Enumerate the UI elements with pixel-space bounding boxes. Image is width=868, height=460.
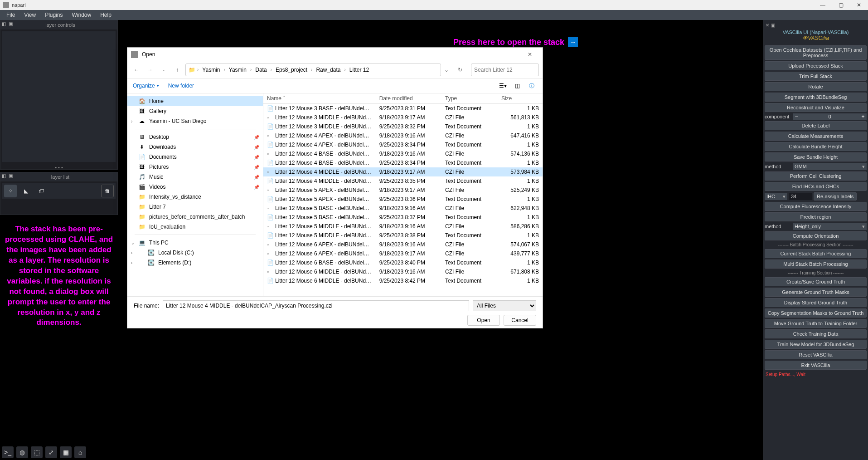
console-icon[interactable]: >_ xyxy=(2,446,14,458)
breadcrumb-item[interactable]: Litter 12 xyxy=(348,66,371,74)
sidebar-item[interactable]: 🏠Home xyxy=(127,96,263,106)
pin-icon[interactable]: 📌 xyxy=(254,145,259,150)
panel-close-icon[interactable]: ▣ xyxy=(8,21,13,26)
cancel-button[interactable]: Cancel xyxy=(504,315,536,326)
vascilia-action-button[interactable]: Rotate xyxy=(765,82,867,91)
train-button[interactable]: Generate Ground Truth Masks xyxy=(765,288,867,297)
expander-icon[interactable]: › xyxy=(131,119,132,124)
pin-icon[interactable]: 📌 xyxy=(254,185,259,190)
ihc-value-input[interactable] xyxy=(789,193,812,200)
close-button[interactable]: ✕ xyxy=(850,0,868,10)
nav-forward-icon[interactable]: → xyxy=(145,64,155,75)
vascilia-action-button[interactable]: Upload Processed Stack xyxy=(765,61,867,70)
panel-resize-dots[interactable]: • • • xyxy=(0,164,117,171)
batch-button[interactable]: Multi Stack Batch Processing xyxy=(765,259,867,269)
batch-button[interactable]: Current Stack Batch Processing xyxy=(765,249,867,258)
train-button[interactable]: Move Ground Truth to Training Folder xyxy=(765,319,867,328)
vascilia-action-button[interactable]: Open Cochlea Datasets (CZI,LIF,TIF) and … xyxy=(765,45,867,60)
column-header[interactable]: Date modified xyxy=(376,93,441,104)
roll-icon[interactable]: ⬚ xyxy=(31,446,43,458)
organize-menu[interactable]: Organize ▾ xyxy=(133,83,159,89)
column-header[interactable]: Name xyxy=(263,93,376,104)
preview-pane-icon[interactable]: ◫ xyxy=(512,80,523,91)
vascilia-action-button[interactable]: Trim Full Stack xyxy=(765,72,867,81)
column-header[interactable]: Size xyxy=(498,93,543,104)
file-row[interactable]: ▫Litter 12 Mouse 5 BASE - delBUNdelCAP_.… xyxy=(263,204,543,213)
compute-fluorescence-button[interactable]: Compute Fluorescence Intensity xyxy=(765,202,867,211)
file-row[interactable]: 📄Litter 12 Mouse 6 BASE - delBUNdelCAP_.… xyxy=(263,258,543,267)
search-input[interactable] xyxy=(471,64,539,76)
file-row[interactable]: 📄Litter 12 Mouse 3 MIDDLE - delBUNdelC..… xyxy=(263,122,543,131)
view-mode-icon[interactable]: ☰▾ xyxy=(497,80,508,91)
breadcrumb-dropdown-icon[interactable]: ⌄ xyxy=(441,64,452,75)
home-icon[interactable]: ⌂ xyxy=(74,446,86,458)
menu-window[interactable]: Window xyxy=(68,12,96,18)
file-row[interactable]: 📄Litter 12 Mouse 6 MIDDLE - delBUNdelC..… xyxy=(263,276,543,285)
sidebar-item[interactable]: ⌄💻This PC xyxy=(127,238,263,248)
panel-close-icon[interactable]: ▣ xyxy=(8,173,13,178)
file-list[interactable]: NameDate modifiedTypeSize 📄Litter 12 Mou… xyxy=(263,93,543,296)
find-ihcs-button[interactable]: Find IHCs and OHCs xyxy=(765,182,867,191)
component-spinner[interactable]: − 0 + xyxy=(793,113,867,120)
train-button[interactable]: Create/Save Ground Truth xyxy=(765,277,867,286)
nav-recent-icon[interactable]: ⌄ xyxy=(158,64,169,75)
file-row[interactable]: 📄Litter 12 Mouse 5 BASE - delBUNdelCAP_.… xyxy=(263,213,543,222)
file-row[interactable]: 📄Litter 12 Mouse 4 APEX - delBUNdelCAP_.… xyxy=(263,140,543,149)
breadcrumb[interactable]: 📁 › Yasmin›Yasmin›Data›Eps8_project›Raw_… xyxy=(185,64,441,76)
file-row[interactable]: 📄Litter 12 Mouse 3 BASE - delBUNdelCAP_.… xyxy=(263,104,543,113)
sidebar-item[interactable]: 📁Litter 7 xyxy=(127,202,263,212)
file-type-select[interactable]: All Files xyxy=(473,300,536,311)
vascilia-action-button[interactable]: Reconstruct and Visualize xyxy=(765,103,867,112)
sidebar-item[interactable]: 📁pictures_before_comments_after_batch xyxy=(127,212,263,222)
panel-float-icon[interactable]: ▣ xyxy=(771,23,775,28)
grid-icon[interactable]: ▦ xyxy=(60,446,72,458)
file-row[interactable]: ▫Litter 12 Mouse 5 APEX - delBUNdelCAP_.… xyxy=(263,186,543,195)
sidebar-item[interactable]: 🖼Gallery xyxy=(127,106,263,116)
menu-view[interactable]: View xyxy=(19,12,40,18)
breadcrumb-item[interactable]: Yasmin xyxy=(200,66,222,74)
delete-label-button[interactable]: Delete Label xyxy=(765,121,867,130)
train-button[interactable]: Check Training Data xyxy=(765,329,867,338)
points-tool-icon[interactable]: ⁘ xyxy=(4,185,17,197)
sidebar-item[interactable]: 🖥Desktop📌 xyxy=(127,132,263,142)
expander-icon[interactable]: ⌄ xyxy=(131,240,135,245)
file-row[interactable]: 📄Litter 12 Mouse 4 BASE - delBUNdelCAP_.… xyxy=(263,158,543,167)
expander-icon[interactable]: › xyxy=(131,250,132,255)
maximize-button[interactable]: ▢ xyxy=(832,0,850,10)
pin-icon[interactable]: 📌 xyxy=(254,135,259,140)
file-row[interactable]: ▫Litter 12 Mouse 6 MIDDLE - delBUNdelC..… xyxy=(263,267,543,276)
menu-file[interactable]: File xyxy=(2,12,19,18)
help-icon[interactable]: ⓘ xyxy=(526,80,537,91)
file-row[interactable]: ▫Litter 12 Mouse 6 APEX - delBUNdelCAP_.… xyxy=(263,240,543,249)
expander-icon[interactable]: › xyxy=(131,260,132,265)
panel-float-icon[interactable]: ◧ xyxy=(1,21,6,26)
save-bundle-height-button[interactable]: Save Bundle Height xyxy=(765,152,867,161)
labels-tool-icon[interactable]: 🏷 xyxy=(35,185,48,197)
nav-up-icon[interactable]: ↑ xyxy=(172,64,183,75)
breadcrumb-item[interactable]: Data xyxy=(253,66,268,74)
method-select-height[interactable]: Height_only xyxy=(793,223,867,230)
sidebar-item[interactable]: 📄Documents📌 xyxy=(127,152,263,162)
file-row[interactable]: 📄Litter 12 Mouse 5 MIDDLE - delBUNdelC..… xyxy=(263,231,543,240)
pin-icon[interactable]: 📌 xyxy=(254,165,259,170)
ndisplay-icon[interactable]: ◍ xyxy=(16,446,28,458)
pin-icon[interactable]: 📌 xyxy=(254,155,259,160)
filename-input[interactable] xyxy=(163,300,469,311)
file-row[interactable]: ▫Litter 12 Mouse 3 MIDDLE - delBUNdelC..… xyxy=(263,113,543,122)
menu-help[interactable]: Help xyxy=(96,12,116,18)
vascilia-action-button[interactable]: Segment with 3DBundleSeg xyxy=(765,93,867,102)
increment-icon[interactable]: + xyxy=(859,113,867,120)
column-header[interactable]: Type xyxy=(441,93,498,104)
sidebar-item[interactable]: ›💽Elements (D:) xyxy=(127,258,263,268)
file-row[interactable]: ▫Litter 12 Mouse 6 APEX - delBUNdelCAP_.… xyxy=(263,249,543,258)
file-row[interactable]: ▫Litter 12 Mouse 4 BASE - delBUNdelCAP_.… xyxy=(263,149,543,158)
sidebar-item[interactable]: ›💽Local Disk (C:) xyxy=(127,248,263,258)
file-row[interactable]: ▫Litter 12 Mouse 4 MIDDLE - delBUNdelC..… xyxy=(263,167,543,176)
sidebar-item[interactable]: 🖼Pictures📌 xyxy=(127,162,263,172)
nav-back-icon[interactable]: ← xyxy=(131,64,142,75)
sidebar-item[interactable]: ⬇Downloads📌 xyxy=(127,142,263,152)
breadcrumb-item[interactable]: Eps8_project xyxy=(274,66,309,74)
train-button[interactable]: Display Stored Ground Truth xyxy=(765,298,867,307)
ihc-select[interactable]: IHC xyxy=(765,193,787,200)
file-row[interactable]: ▫Litter 12 Mouse 5 MIDDLE - delBUNdelC..… xyxy=(263,222,543,231)
